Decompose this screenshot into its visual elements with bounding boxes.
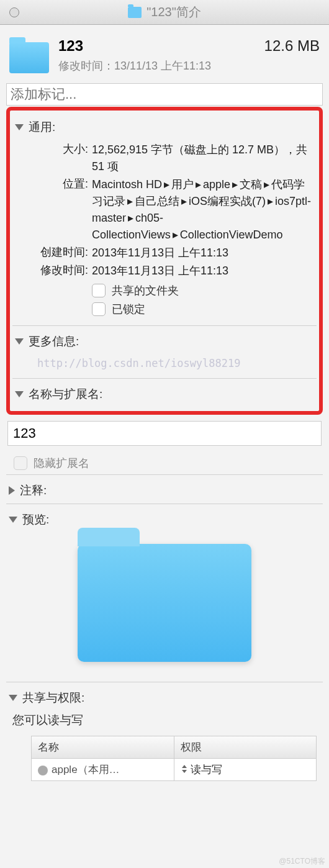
section-more-info[interactable]: 更多信息: [12, 327, 317, 353]
section-preview[interactable]: 预览: [6, 505, 323, 531]
watermark-text: http://blog.csdn.net/ioswyl88219 [12, 353, 317, 377]
section-sharing[interactable]: 共享与权限: [6, 684, 323, 710]
highlight-box: 通用: 大小: 12,562,915 字节（磁盘上的 12.7 MB），共 51… [6, 107, 323, 415]
locked-checkbox[interactable] [92, 302, 106, 316]
window-title: "123"简介 [146, 4, 201, 20]
section-comments[interactable]: 注释: [6, 476, 323, 502]
user-icon [38, 766, 48, 775]
chevron-down-icon [15, 391, 24, 397]
folder-preview-icon [78, 544, 251, 662]
modified-value: 2013年11月13日 上午11:13 [92, 263, 313, 279]
permissions-table: 名称 权限 apple（本用… 读与写 [31, 736, 317, 781]
titlebar: "123"简介 [0, 0, 329, 25]
shared-folder-checkbox[interactable] [92, 284, 106, 297]
hide-ext-checkbox [14, 456, 27, 470]
folder-icon [9, 42, 49, 73]
created-value: 2013年11月13日 上午11:13 [92, 245, 313, 261]
chevron-down-icon [9, 695, 17, 701]
modified-summary: 修改时间：13/11/13 上午11:13 [58, 58, 320, 73]
location-label: 位置: [31, 176, 92, 243]
name-input[interactable] [7, 421, 322, 446]
chevron-right-icon [9, 486, 15, 495]
table-row[interactable]: apple（本用… 读与写 [32, 759, 316, 780]
col-priv: 权限 [174, 736, 317, 758]
modified-label: 修改时间: [31, 263, 92, 279]
preview-area [6, 531, 323, 680]
close-button[interactable] [9, 7, 19, 17]
created-label: 创建时间: [31, 245, 92, 261]
sharing-desc: 您可以读与写 [6, 710, 323, 733]
shared-folder-label: 共享的文件夹 [112, 283, 179, 298]
footer-watermark: @51CTO博客 [279, 856, 325, 867]
section-general[interactable]: 通用: [12, 113, 317, 139]
tags-input[interactable] [6, 83, 323, 106]
chevron-down-icon [15, 338, 24, 345]
folder-size: 12.6 MB [264, 37, 320, 55]
section-name-ext[interactable]: 名称与扩展名: [12, 380, 317, 406]
chevron-down-icon [15, 124, 24, 130]
info-header: 123 12.6 MB 修改时间：13/11/13 上午11:13 [6, 31, 323, 83]
folder-icon [128, 7, 142, 18]
location-value: Macintosh HD▸用户▸apple▸文稿▸代码学习记录▸自己总结▸iOS… [92, 176, 313, 243]
folder-name: 123 [58, 37, 83, 54]
locked-label: 已锁定 [112, 302, 145, 317]
hide-ext-label: 隐藏扩展名 [34, 456, 89, 471]
chevron-down-icon [9, 517, 17, 523]
size-value: 12,562,915 字节（磁盘上的 12.7 MB），共 51 项 [92, 142, 313, 175]
col-name: 名称 [32, 736, 174, 758]
size-label: 大小: [31, 142, 92, 175]
